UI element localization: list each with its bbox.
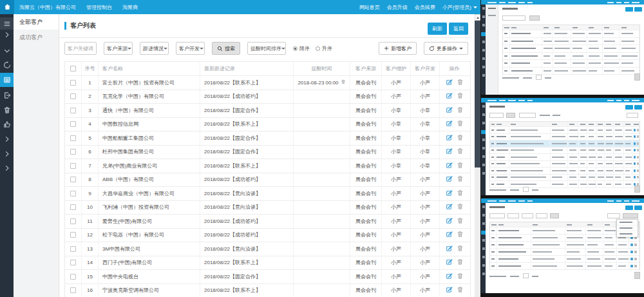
edit-icon[interactable]: [446, 92, 453, 101]
row-checkbox[interactable]: [70, 287, 76, 293]
magnifier-icon: [217, 46, 223, 52]
trash-icon[interactable]: [457, 189, 464, 198]
edit-icon[interactable]: [446, 162, 453, 170]
home-icon[interactable]: [0, 0, 14, 14]
trash-icon[interactable]: [457, 258, 464, 267]
edit-icon[interactable]: [446, 148, 453, 156]
vertical-scrollbar[interactable]: [475, 14, 480, 297]
edit-icon[interactable]: [446, 203, 453, 211]
row-checkbox[interactable]: [70, 232, 76, 238]
edit-icon[interactable]: [446, 106, 453, 115]
sidebar-customer-list-icon[interactable]: [0, 73, 14, 87]
trash-icon[interactable]: [457, 175, 464, 184]
topbar-menu-item-1[interactable]: 管理控制台: [86, 4, 112, 11]
trash-icon[interactable]: [457, 106, 464, 115]
sidebar-sign-out-icon[interactable]: [0, 89, 14, 101]
trash-icon[interactable]: [457, 120, 464, 128]
sub-sidebar-item-1[interactable]: 成功客户: [14, 30, 59, 45]
thumbnail-button: [625, 7, 633, 12]
edit-icon[interactable]: [446, 217, 453, 225]
trash-icon[interactable]: [457, 92, 464, 101]
add-customer-button[interactable]: 新增客户: [379, 42, 417, 55]
edit-icon[interactable]: [446, 286, 453, 294]
edit-icon[interactable]: [446, 189, 453, 198]
row-checkbox-cell: [65, 256, 82, 270]
trash-icon[interactable]: [457, 79, 464, 87]
cell-developer: 小严: [411, 284, 440, 297]
topbar-menu-item-0[interactable]: 淘聚云（中国）有限公司: [19, 4, 76, 11]
topbar-right-item-2[interactable]: 会员续费: [415, 4, 435, 11]
cell-remind-time: [294, 118, 350, 131]
thumbnail-table: [502, 24, 640, 75]
refresh-button[interactable]: 刷新: [428, 23, 447, 35]
sort-select[interactable]: 提醒时间排序: [247, 42, 286, 55]
trash-icon[interactable]: [457, 231, 464, 239]
edit-icon[interactable]: [446, 134, 453, 142]
trash-icon[interactable]: [457, 245, 464, 253]
topbar-right-item-0[interactable]: 网站首页: [359, 4, 380, 11]
row-checkbox[interactable]: [70, 93, 76, 99]
sidebar-sign-in-icon[interactable]: [0, 59, 14, 71]
row-checkbox[interactable]: [70, 177, 76, 182]
sort-asc-radio[interactable]: 升序: [316, 45, 332, 52]
screenshot-thumbnail-1[interactable]: [481, 0, 644, 95]
trash-icon[interactable]: [457, 273, 464, 281]
back-button[interactable]: 返回: [449, 23, 468, 35]
row-checkbox[interactable]: [70, 191, 76, 196]
developer-select[interactable]: 客户开发: [176, 42, 205, 55]
sidebar-chevron-right-icon[interactable]: [0, 162, 14, 174]
sort-desc-radio[interactable]: 降序: [293, 45, 310, 52]
row-checkbox[interactable]: [70, 80, 76, 86]
edit-icon[interactable]: [446, 120, 453, 128]
topbar-right-item-1[interactable]: 会员升级: [387, 4, 408, 11]
sidebar-chevron-right-icon[interactable]: [0, 133, 14, 145]
row-checkbox[interactable]: [70, 204, 76, 210]
keyword-input[interactable]: [64, 42, 97, 55]
edit-icon[interactable]: [446, 273, 453, 281]
user-menu[interactable]: 小严(管理员): [442, 4, 477, 11]
select-all-checkbox[interactable]: [70, 66, 76, 72]
preview-panel: [480, 0, 644, 297]
column-header: 操作: [440, 62, 469, 75]
scrollbar-thumb[interactable]: [475, 21, 480, 168]
follow-status-select[interactable]: 跟进情况: [140, 42, 169, 55]
row-checkbox[interactable]: [70, 274, 76, 280]
sidebar-chevron-right-icon[interactable]: [0, 148, 14, 160]
row-checkbox[interactable]: [70, 149, 76, 155]
caret-down-icon: [200, 48, 204, 50]
trash-icon[interactable]: [457, 148, 464, 156]
trash-icon[interactable]: [457, 286, 464, 294]
topbar-menu-item-2[interactable]: 淘聚商: [122, 4, 138, 11]
row-checkbox[interactable]: [70, 108, 76, 113]
edit-icon[interactable]: [446, 245, 453, 253]
row-checkbox[interactable]: [70, 260, 76, 265]
trash-icon[interactable]: [457, 162, 464, 170]
remind-delete-icon[interactable]: [341, 79, 346, 86]
search-button[interactable]: 搜索: [212, 42, 240, 55]
more-actions-button[interactable]: 更多操作: [424, 42, 468, 55]
edit-icon[interactable]: [446, 258, 453, 267]
sidebar-chevron-right-icon[interactable]: [0, 28, 14, 41]
sub-sidebar-item-0[interactable]: 全部客户: [14, 14, 59, 30]
edit-icon[interactable]: [446, 175, 453, 184]
sidebar-thumbs-up-icon[interactable]: [0, 118, 14, 130]
source-select[interactable]: 客户来源: [104, 42, 133, 55]
trash-icon[interactable]: [457, 203, 464, 211]
row-checkbox[interactable]: [70, 121, 76, 127]
row-checkbox[interactable]: [70, 246, 76, 252]
row-checkbox[interactable]: [70, 135, 76, 141]
cell-follow-record: 2018/08/22【成功签约】: [200, 229, 294, 242]
cell-customer-name: 大昌华嘉商业（中国）有限公司: [99, 187, 200, 200]
scroll-up-arrow-icon[interactable]: [475, 14, 480, 21]
edit-icon[interactable]: [446, 231, 453, 239]
row-checkbox[interactable]: [70, 218, 76, 224]
screenshot-thumbnail-3[interactable]: [481, 198, 644, 293]
edit-icon[interactable]: [446, 79, 453, 87]
trash-icon[interactable]: [457, 134, 464, 142]
sidebar-trash-icon[interactable]: [0, 104, 14, 116]
row-checkbox[interactable]: [70, 163, 76, 169]
cell-follow-record: 2018/08/22【意向洽谈】: [200, 187, 294, 200]
screenshot-thumbnail-2[interactable]: [481, 98, 644, 195]
trash-icon[interactable]: [457, 217, 464, 225]
sidebar-chevron-down-icon[interactable]: [0, 44, 14, 57]
